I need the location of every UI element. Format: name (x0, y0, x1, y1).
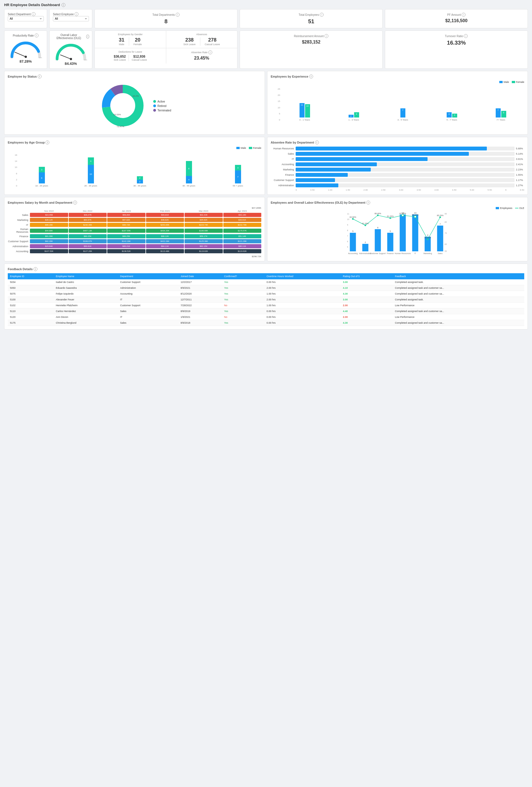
ole-info[interactable]: i (86, 35, 89, 39)
absentee-rate-panel: Absentee Rate i 23.45% (166, 48, 237, 63)
cell-joined: 7/28/2022 (178, 303, 222, 309)
age-stack-0: 3 6 (39, 167, 45, 184)
ole-line-icon (515, 208, 518, 208)
dept-select[interactable]: All (8, 16, 44, 21)
ole-dot-admin (365, 225, 366, 226)
cell-name: Henriette Pfalzheim (54, 303, 118, 309)
age-female-icon (249, 147, 252, 149)
cell-feedback: Completed assigned task and customer sa.… (392, 291, 524, 297)
svg-text:7: 7 (347, 235, 348, 237)
salary-info[interactable]: i (73, 200, 77, 205)
productivity-info[interactable]: i (35, 34, 39, 37)
cell-rating: 4.30 (341, 320, 393, 326)
age-stack-3: 8 4 (186, 161, 192, 184)
age-male-seg-3: 4 (186, 176, 192, 184)
dept-info-icon[interactable]: i (31, 12, 36, 16)
experience-info[interactable]: i (309, 75, 313, 79)
absentee-dept-title: Absentee Rate by Department i (271, 141, 524, 144)
age-y-axis: 18 14 10 6 2 0 (13, 154, 17, 187)
retired-dot (153, 105, 156, 107)
charts-row1: Employee by Status i 16.33% 10.2% (4, 71, 528, 135)
absentee-info[interactable]: i (208, 50, 212, 54)
reimb-info[interactable]: i (324, 34, 328, 38)
hbar-fill-mktg (296, 168, 371, 172)
hbar-admin: Administration 1.27% (271, 184, 524, 187)
age-bars: 18 14 10 6 2 0 3 6 (8, 151, 261, 187)
hbar-fill-sales (296, 152, 469, 156)
age-group-info[interactable]: i (45, 141, 49, 144)
absentee-dept-bars: Human Resources 5.68% Sales 5.14% IT (271, 147, 524, 191)
casual-value: 278 (205, 37, 220, 43)
cell-confirmed: Yes (222, 297, 264, 303)
cell-dept: Customer Support (118, 279, 178, 285)
cell-overtime: 2.00 hrs (264, 297, 341, 303)
cell-overtime: 1.00 hrs (264, 303, 341, 309)
age-legend: Male Female (8, 147, 261, 149)
hbar-fill-admin (296, 184, 338, 187)
ole-bar-acct (350, 233, 356, 251)
page-title-row: HR Employee Details Dashboard i (4, 3, 528, 7)
total-emp-info[interactable]: i (320, 13, 324, 17)
sick-deduction-label: Sick Leave (113, 59, 126, 61)
exp-bars-3: 4 3 (447, 88, 457, 118)
female-legend: Female (512, 81, 524, 83)
cell-joined: 12/7/2011 (178, 297, 222, 303)
ole-dot-mktg (427, 239, 429, 240)
productivity-card: Productivity Rate i 0 100 87.28% (4, 30, 47, 69)
cell-overtime: 0.00 hrs (264, 309, 341, 314)
emp-select[interactable]: All (53, 16, 89, 21)
cell-rating: 3.00 (341, 279, 393, 285)
cell-feedback: Low Performance (392, 303, 524, 309)
donut-chart-wrap: 16.33% 10.2% 73.47% (98, 81, 148, 131)
productivity-value: 87.28% (7, 59, 44, 63)
absentee-rate-value: 23.45% (170, 56, 234, 61)
absentee-rate-label: Absentee Rate i (170, 50, 234, 54)
svg-text:85.29%: 85.29% (437, 214, 444, 216)
cell-dept: Administration (118, 285, 178, 291)
age-female-seg-4: 3 (235, 165, 241, 170)
svg-text:88.48%: 88.48% (375, 213, 381, 214)
gender-absence-combined: Employees by Gender 31 Male 20 Female (94, 30, 237, 69)
ole-dept-info[interactable]: i (366, 200, 370, 205)
total-dept-info[interactable]: i (176, 13, 179, 17)
feedback-info[interactable]: i (34, 267, 37, 271)
svg-text:87.89%: 87.89% (400, 213, 406, 214)
cell-dept: Accounting (118, 291, 178, 297)
exp-label-1: 1 - 3 Years (348, 119, 359, 121)
page-info-icon[interactable]: i (62, 3, 65, 7)
svg-text:85.12%: 85.12% (412, 214, 419, 216)
ole-title: Overall Labor Effectiveness (OLE) i (52, 34, 89, 40)
svg-text:16.33%: 16.33% (113, 113, 121, 116)
casual-deduction-label: Casual Leave (132, 59, 147, 61)
deductions-title: Deductions for Leave (98, 50, 163, 53)
sick-label: Sick Leave (184, 43, 196, 46)
active-legend: Active (153, 100, 171, 103)
svg-text:55: 55 (445, 250, 447, 252)
table-row: 5175 Christina Berglund Sales 8/9/2018 Y… (8, 320, 524, 326)
cell-overtime: 2.00 hrs (264, 285, 341, 291)
col-confirmed: Confirmed? (222, 273, 264, 279)
svg-text:65: 65 (445, 243, 447, 245)
page-title: HR Employee Details Dashboard (4, 3, 60, 7)
absentee-dept-info[interactable]: i (315, 141, 319, 144)
turnover-info[interactable]: i (464, 34, 468, 38)
cell-confirmed: Yes (222, 320, 264, 326)
ole-svg: 11 10 9 8 7 6 5 95 85 75 65 55 5 (271, 211, 524, 255)
cell-overtime: 0.00 hrs (264, 320, 341, 326)
casual-amount: $12,936 (132, 55, 147, 59)
emp-status-info[interactable]: i (38, 75, 42, 79)
cell-rating: 4.40 (341, 309, 393, 314)
emp-filter-label: Select Employee i (53, 12, 89, 16)
ole-gauge: 0 100 (52, 41, 89, 60)
cell-overtime: 0.00 hrs (264, 314, 341, 320)
age-male-legend: Male (236, 147, 246, 149)
svg-point-5 (70, 58, 72, 60)
pf-info[interactable]: i (462, 13, 466, 17)
absentee-x-axis: 0 0.50 1.00 1.50 2.00 2.50 3.00 3.50 4.0… (271, 189, 524, 191)
experience-card: Employees by Experience i Male Female 25… (267, 71, 528, 135)
emp-info-icon[interactable]: i (75, 12, 79, 16)
svg-text:9: 9 (347, 224, 348, 226)
gender-divider (129, 37, 129, 46)
exp-female-bar-3: 3 (452, 114, 457, 118)
female-value: 20 (133, 37, 142, 43)
